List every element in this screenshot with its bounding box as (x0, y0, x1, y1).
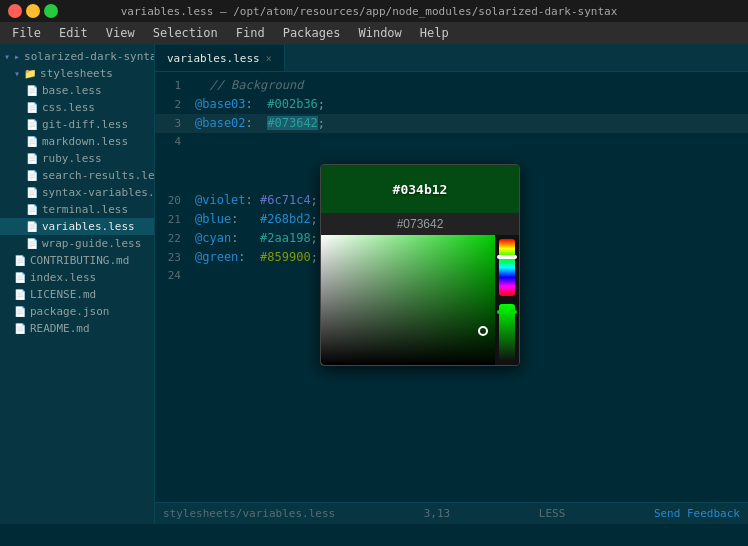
line-number: 3 (155, 115, 191, 133)
statusbar-grammar: LESS (539, 507, 566, 520)
file-icon: 📄 (14, 289, 26, 300)
line-content: @base02: #073642; (191, 114, 748, 132)
file-icon: 📄 (26, 119, 38, 130)
cp-hex-row (321, 213, 519, 235)
sidebar-item-variables-less[interactable]: 📄 variables.less (0, 218, 154, 235)
code-line-2: 2 @base03: #002b36; (155, 95, 748, 114)
line-number: 20 (155, 192, 191, 210)
maximize-button[interactable] (44, 4, 58, 18)
sidebar-item-contributing-md[interactable]: 📄 CONTRIBUTING.md (0, 252, 154, 269)
file-label: index.less (30, 271, 96, 284)
minimize-button[interactable] (26, 4, 40, 18)
close-button[interactable] (8, 4, 22, 18)
sidebar-item-base-less[interactable]: 📄 base.less (0, 82, 154, 99)
chevron-down-icon: ▾ (4, 51, 10, 62)
sidebar-item-markdown-less[interactable]: 📄 markdown.less (0, 133, 154, 150)
file-icon: 📄 (26, 187, 38, 198)
line-number: 1 (155, 77, 191, 95)
line-number: 4 (155, 133, 191, 151)
cp-color-gradient[interactable] (321, 235, 495, 365)
file-label: variables.less (42, 220, 135, 233)
menu-window[interactable]: Window (350, 24, 409, 42)
file-icon: 📄 (26, 204, 38, 215)
cp-hue-slider[interactable] (499, 239, 515, 296)
variable-token: @cyan (195, 231, 231, 245)
sidebar-item-css-less[interactable]: 📄 css.less (0, 99, 154, 116)
file-icon: 📄 (26, 85, 38, 96)
cp-cursor[interactable] (478, 326, 488, 336)
sidebar-item-syntax-variables-less[interactable]: 📄 syntax-variables.less (0, 184, 154, 201)
file-label: ruby.less (42, 152, 102, 165)
folder-icon: ▸ (14, 51, 20, 62)
stylesheets-folder-label: stylesheets (40, 67, 113, 80)
variable-token: @green (195, 250, 238, 264)
color-picker-popup[interactable]: #034b12 (320, 164, 520, 366)
variable-token: @violet (195, 193, 246, 207)
sidebar-item-readme-md[interactable]: 📄 README.md (0, 320, 154, 337)
file-label: package.json (30, 305, 109, 318)
value-token: #2aa198 (260, 231, 311, 245)
file-label: CONTRIBUTING.md (30, 254, 129, 267)
sidebar-item-index-less[interactable]: 📄 index.less (0, 269, 154, 286)
cp-gradient-area[interactable] (321, 235, 519, 365)
menu-edit[interactable]: Edit (51, 24, 96, 42)
file-icon: 📄 (14, 306, 26, 317)
variable-token: @blue (195, 212, 231, 226)
cp-hue-thumb (497, 255, 517, 259)
menu-packages[interactable]: Packages (275, 24, 349, 42)
file-icon: 📄 (26, 170, 38, 181)
sidebar-item-license-md[interactable]: 📄 LICENSE.md (0, 286, 154, 303)
window-controls[interactable] (8, 4, 58, 18)
statusbar-position: 3,13 (424, 507, 451, 520)
file-icon: 📄 (14, 255, 26, 266)
file-icon: 📄 (14, 323, 26, 334)
menu-selection[interactable]: Selection (145, 24, 226, 42)
cp-preview-label: #034b12 (393, 182, 448, 197)
sidebar-item-ruby-less[interactable]: 📄 ruby.less (0, 150, 154, 167)
sidebar-stylesheets-folder[interactable]: ▾ 📁 stylesheets (0, 65, 154, 82)
tab-close-icon[interactable]: × (266, 53, 272, 64)
file-label: syntax-variables.less (42, 186, 155, 199)
menu-find[interactable]: Find (228, 24, 273, 42)
sidebar-item-search-results-less[interactable]: 📄 search-results.less (0, 167, 154, 184)
statusbar-feedback[interactable]: Send Feedback (654, 507, 740, 520)
cp-sliders[interactable] (495, 235, 519, 365)
code-line-1: 1 // Background (155, 76, 748, 95)
value-token: #6c71c4 (260, 193, 311, 207)
line-number: 21 (155, 211, 191, 229)
menu-help[interactable]: Help (412, 24, 457, 42)
value-token: #859900 (260, 250, 311, 264)
cp-hex-input[interactable] (380, 217, 460, 231)
variable-token: @base02 (195, 116, 246, 130)
menubar: File Edit View Selection Find Packages W… (0, 22, 748, 44)
folder-icon: 📁 (24, 68, 36, 79)
tab-variables-less[interactable]: variables.less × (155, 45, 285, 71)
sidebar-item-wrap-guide-less[interactable]: 📄 wrap-guide.less (0, 235, 154, 252)
file-label: css.less (42, 101, 95, 114)
file-label: git-diff.less (42, 118, 128, 131)
tab-label: variables.less (167, 52, 260, 65)
value-token: #002b36 (267, 97, 318, 111)
sidebar-root-folder[interactable]: ▾ ▸ solarized-dark-syntax (0, 48, 154, 65)
variable-token: @base03 (195, 97, 246, 111)
cp-alpha-slider[interactable] (499, 304, 515, 361)
file-label: search-results.less (42, 169, 155, 182)
sidebar-item-terminal-less[interactable]: 📄 terminal.less (0, 201, 154, 218)
menu-view[interactable]: View (98, 24, 143, 42)
code-line-4: 4 (155, 133, 748, 151)
statusbar: stylesheets/variables.less 3,13 LESS Sen… (155, 502, 748, 524)
file-icon: 📄 (26, 102, 38, 113)
code-line-3: 3 @base02: #073642; (155, 114, 748, 133)
file-icon: 📄 (26, 153, 38, 164)
chevron-down-icon: ▾ (14, 68, 20, 79)
sidebar-item-git-diff-less[interactable]: 📄 git-diff.less (0, 116, 154, 133)
line-number: 2 (155, 96, 191, 114)
menu-file[interactable]: File (4, 24, 49, 42)
sidebar: ▾ ▸ solarized-dark-syntax ▾ 📁 stylesheet… (0, 44, 155, 524)
titlebar: variables.less — /opt/atom/resources/app… (0, 0, 748, 22)
sidebar-item-package-json[interactable]: 📄 package.json (0, 303, 154, 320)
file-icon: 📄 (26, 238, 38, 249)
file-label: wrap-guide.less (42, 237, 141, 250)
root-folder-label: solarized-dark-syntax (24, 50, 155, 63)
value-token: #073642 (267, 116, 318, 130)
